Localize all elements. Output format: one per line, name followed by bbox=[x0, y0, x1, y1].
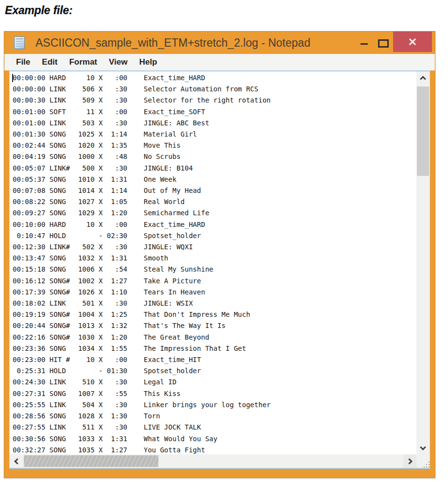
scroll-up-button[interactable] bbox=[416, 71, 430, 85]
log-line: 00:19:19 SONG# 1004 X 1:25 That Don't Im… bbox=[13, 309, 416, 320]
log-line: 00:01:30 SONG 1025 X 1:14 Material Girl bbox=[13, 129, 416, 140]
menu-item-help[interactable]: Help bbox=[133, 57, 163, 67]
maximize-button[interactable] bbox=[374, 32, 393, 54]
caption-buttons: ✕ bbox=[354, 32, 435, 54]
log-line: 00:10:00 HARD 10 X :00 Exact_time_HARD bbox=[13, 219, 416, 230]
log-line: 00:05:37 SONG 1010 X 1:31 One Week bbox=[13, 174, 416, 185]
notepad-window: ASCIICON_sample_with_ETM+stretch_2.log -… bbox=[4, 31, 435, 478]
log-line: 00:15:18 SONG 1006 X :54 Steal My Sunshi… bbox=[13, 264, 416, 275]
client-area: 00:00:00 HARD 10 X :00 Exact_time_HARD00… bbox=[9, 70, 430, 469]
log-line: 00:20:44 SONG# 1013 X 1:32 That's The Wa… bbox=[13, 320, 416, 331]
log-line: 00:05:07 LINK# 500 X :30 JINGLE: B104 bbox=[13, 163, 416, 174]
log-line: 00:27:55 LINK 511 X :30 LIVE JOCK TALK bbox=[13, 422, 416, 433]
log-line: 00:00:00 HARD 10 X :00 Exact_time_HARD bbox=[13, 72, 416, 84]
close-button[interactable]: ✕ bbox=[393, 32, 432, 52]
log-line: 00:23:00 HIT # 10 X :00 Exact_time_HIT bbox=[13, 354, 416, 365]
menu-item-edit[interactable]: Edit bbox=[36, 57, 63, 67]
chevron-down-icon bbox=[420, 444, 426, 450]
log-line: 00:17:39 SONG# 1026 X 1:10 Tears In Heav… bbox=[13, 287, 416, 298]
log-line: 00:30:56 SONG 1033 X 1:31 What Would You… bbox=[13, 433, 416, 445]
log-line: 00:01:00 SOFT 11 X :00 Exact_time_SOFT bbox=[13, 106, 416, 118]
chevron-left-icon bbox=[14, 458, 20, 465]
log-line: 00:27:31 SONG 1007 X :55 This Kiss bbox=[13, 388, 416, 399]
log-line: 00:13:47 SONG 1032 X 1:31 Smooth bbox=[13, 253, 416, 264]
menu-bar: FileEditFormatViewHelp bbox=[4, 54, 435, 70]
text-caret bbox=[12, 74, 13, 82]
scrollbar-corner bbox=[416, 454, 430, 468]
log-line: 00:04:19 SONG 1000 X :48 No Scrubs bbox=[13, 151, 416, 162]
minimize-button[interactable] bbox=[354, 32, 374, 54]
text-editor[interactable]: 00:00:00 HARD 10 X :00 Exact_time_HARD00… bbox=[10, 71, 416, 454]
close-icon: ✕ bbox=[408, 37, 417, 48]
log-line: 00:00:00 LINK 506 X :30 Selector Automat… bbox=[13, 84, 416, 95]
log-line: 00:16:12 SONG# 1002 X 1:27 Take A Pictur… bbox=[13, 275, 416, 287]
vertical-scrollbar[interactable] bbox=[416, 71, 430, 454]
resize-grip-icon[interactable] bbox=[426, 464, 427, 465]
chevron-up-icon bbox=[420, 76, 426, 82]
log-line: 00:23:36 SONG 1034 X 1:55 The Impression… bbox=[13, 343, 416, 354]
menu-item-format[interactable]: Format bbox=[63, 57, 103, 67]
chevron-right-icon bbox=[406, 458, 413, 465]
log-line: 00:01:00 LINK 503 X :30 JINGLE: ABC Best bbox=[13, 118, 416, 129]
menu-item-file[interactable]: File bbox=[10, 57, 36, 67]
log-line: 00:00:30 LINK 509 X :30 Selector for the… bbox=[13, 95, 416, 106]
log-line: 00:02:44 SONG 1020 X 1:35 Move This bbox=[13, 140, 416, 151]
title-bar[interactable]: ASCIICON_sample_with_ETM+stretch_2.log -… bbox=[4, 32, 435, 54]
log-line: 00:32:27 SONG 1035 X 1:27 You Gotta Figh… bbox=[13, 445, 416, 454]
page-heading: Example file: bbox=[5, 4, 72, 17]
horizontal-scrollbar[interactable] bbox=[10, 454, 416, 468]
minimize-icon bbox=[361, 43, 368, 45]
vertical-scrollbar-thumb[interactable] bbox=[417, 86, 429, 176]
menu-item-view[interactable]: View bbox=[103, 57, 133, 67]
horizontal-scrollbar-thumb[interactable] bbox=[24, 455, 158, 467]
log-line: 00:25:55 LINK 504 X :30 Linker brings yo… bbox=[13, 399, 416, 411]
log-line: 00:28:56 SONG 1028 X 1:30 Torn bbox=[13, 411, 416, 422]
notepad-icon[interactable] bbox=[14, 36, 25, 49]
log-line: 00:12:30 LINK# 502 X :30 JINGLE: WQXI bbox=[13, 241, 416, 253]
log-line: 0:10:47 HOLD - 02:30 Spotset_holder bbox=[13, 230, 416, 241]
log-line: 00:24:30 LINK 510 X :30 Legal ID bbox=[13, 377, 416, 388]
log-line: 00:18:02 LINK 501 X :30 JINGLE: WSIX bbox=[13, 298, 416, 309]
maximize-icon bbox=[378, 39, 389, 48]
window-title: ASCIICON_sample_with_ETM+stretch_2.log -… bbox=[35, 36, 354, 50]
log-line: 00:22:16 SONG# 1030 X 1:20 The Great Bey… bbox=[13, 332, 416, 343]
log-line: 00:08:22 SONG 1027 X 1:05 Real World bbox=[13, 196, 416, 207]
log-line: 00:07:08 SONG 1014 X 1:14 Out of My Head bbox=[13, 185, 416, 196]
scroll-right-button[interactable] bbox=[403, 454, 416, 468]
log-line: 0:25:31 HOLD - 01:30 Spotset_holder bbox=[13, 365, 416, 377]
log-line: 00:09:27 SONG 1029 X 1:20 Semicharmed Li… bbox=[13, 207, 416, 219]
scroll-left-button[interactable] bbox=[10, 454, 23, 468]
scroll-down-button[interactable] bbox=[416, 441, 430, 454]
